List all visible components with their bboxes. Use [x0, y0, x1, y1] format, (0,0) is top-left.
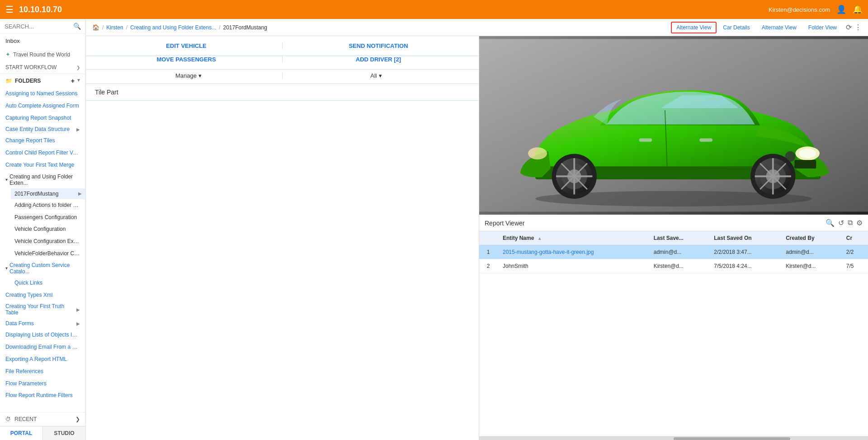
- sidebar-item-vehicle-ext[interactable]: Vehicle Configuration Extensi...: [11, 235, 85, 248]
- rv-settings-icon[interactable]: ⚙: [856, 219, 863, 227]
- sidebar-item-truth-table[interactable]: Creating Your First Truth Table ▶: [0, 301, 85, 318]
- row-2-entity: JohnSmith: [497, 259, 648, 273]
- sidebar-workflow[interactable]: ✦ Travel Round the World: [0, 48, 85, 61]
- expand-arrow-creating-custom: ▾: [5, 266, 8, 271]
- sidebar-search-bar[interactable]: 🔍: [0, 19, 85, 34]
- all-group: All ▾: [283, 72, 470, 79]
- table-row[interactable]: 1 2015-mustang-gotta-have-it-green.jpg a…: [479, 245, 868, 259]
- folders-chevron[interactable]: ▾: [77, 77, 80, 84]
- add-folder-icon[interactable]: +: [71, 77, 75, 84]
- sidebar-item-file-refs[interactable]: File References: [0, 365, 85, 378]
- tab-alternate-view-2[interactable]: Alternate View: [756, 22, 802, 33]
- search-input[interactable]: [5, 23, 73, 30]
- sidebar-inbox[interactable]: Inbox: [0, 34, 85, 48]
- all-dropdown[interactable]: All ▾: [370, 72, 382, 79]
- more-options-icon[interactable]: ⋮: [854, 23, 862, 32]
- bell-icon[interactable]: 🔔: [853, 5, 863, 14]
- sidebar-item-displaying[interactable]: Displaying Lists of Objects In A...: [0, 329, 85, 341]
- folder-icon: 📁: [5, 78, 12, 84]
- start-workflow[interactable]: START WORKFLOW ❯: [0, 61, 85, 74]
- truth-table-arrow: ▶: [76, 307, 80, 312]
- actions-bar: EDIT VEHICLE SEND NOTIFICATION: [86, 36, 479, 56]
- sidebar-item-5[interactable]: Control Child Report Filter Value: [0, 147, 85, 159]
- rv-refresh-icon[interactable]: ↺: [838, 219, 844, 227]
- add-driver-group: ADD DRIVER [2]: [287, 56, 470, 63]
- breadcrumb-kirsten[interactable]: Kirsten: [106, 24, 123, 31]
- sidebar-item-1[interactable]: Auto Complete Assigned Form: [0, 100, 85, 112]
- portal-button[interactable]: PORTAL: [0, 426, 43, 440]
- sidebar-item-2[interactable]: Capturing Report Snapshot: [0, 112, 85, 124]
- sidebar-item-vehicle-folder[interactable]: VehicleFolderBehavior Config: [11, 248, 85, 260]
- sidebar-item-3-label: Case Entity Data Structure: [5, 126, 70, 132]
- svg-rect-26: [699, 138, 712, 142]
- sidebar-item-6[interactable]: Create Your First Text Merge: [0, 159, 85, 171]
- expand-arrow-down: ▾: [5, 177, 8, 182]
- row-1-num: 1: [479, 245, 497, 259]
- rv-copy-icon[interactable]: ⧉: [848, 219, 853, 227]
- svg-point-5: [528, 147, 547, 159]
- sidebar-item-flow-params[interactable]: Flow Parameters: [0, 378, 85, 390]
- row-1-entity[interactable]: 2015-mustang-gotta-have-it-green.jpg: [497, 245, 648, 259]
- breadcrumb-folder[interactable]: Creating and Using Folder Extens...: [130, 24, 216, 31]
- actions-divider-1: [282, 42, 283, 49]
- tab-folder-view[interactable]: Folder View: [803, 22, 842, 33]
- entity-link-1[interactable]: 2015-mustang-gotta-have-it-green.jpg: [503, 249, 594, 255]
- home-icon[interactable]: 🏠: [92, 24, 99, 31]
- svg-rect-25: [639, 138, 652, 142]
- sidebar-item-creating-custom[interactable]: ▾ Creating Custom Service Catalo...: [0, 260, 85, 277]
- tab-alternate-view-1[interactable]: Alternate View: [671, 22, 717, 33]
- sidebar-item-2017ford[interactable]: 2017FordMustang ▶: [11, 188, 85, 199]
- table-row[interactable]: 2 JohnSmith Kirsten@d... 7/5/2018 4:24..…: [479, 259, 868, 273]
- report-viewer-icons: 🔍 ↺ ⧉ ⚙: [826, 219, 863, 227]
- app-title: 10.10.10.70: [19, 5, 62, 14]
- folders-header: 📁 FOLDERS + ▾: [0, 74, 85, 88]
- col-entity-name[interactable]: Entity Name ▲: [497, 231, 648, 245]
- col-num: [479, 231, 497, 245]
- right-panel: Report Viewer 🔍 ↺ ⧉ ⚙: [479, 36, 868, 440]
- start-workflow-chevron: ❯: [76, 65, 80, 70]
- col-created-by[interactable]: Created By: [780, 231, 841, 245]
- rv-search-icon[interactable]: 🔍: [826, 219, 835, 227]
- send-notification-btn[interactable]: SEND NOTIFICATION: [349, 42, 408, 49]
- col-last-save[interactable]: Last Save...: [648, 231, 709, 245]
- hamburger-icon[interactable]: ☰: [5, 4, 14, 15]
- sidebar-recent[interactable]: ⏱ RECENT ❯: [0, 412, 85, 426]
- studio-button[interactable]: STUDIO: [43, 426, 85, 440]
- scrollbar-hint[interactable]: [479, 436, 868, 440]
- manage-group: Manage ▾: [95, 72, 282, 79]
- svg-rect-6: [795, 160, 816, 169]
- data-forms-arrow: ▶: [76, 321, 80, 326]
- sidebar-item-data-forms[interactable]: Data Forms ▶: [0, 318, 85, 329]
- tab-icons: ⟳ ⋮: [846, 23, 862, 32]
- main-layout: 🔍 Inbox ✦ Travel Round the World START W…: [0, 19, 868, 440]
- move-passengers-btn[interactable]: MOVE PASSENGERS: [156, 56, 216, 63]
- tab-car-details[interactable]: Car Details: [717, 22, 755, 33]
- add-driver-btn[interactable]: ADD DRIVER [2]: [356, 56, 401, 63]
- sidebar-item-adding[interactable]: Adding Actions to folder entit...: [11, 199, 85, 211]
- refresh-icon[interactable]: ⟳: [846, 23, 852, 32]
- col-last-saved-on[interactable]: Last Saved On: [708, 231, 780, 245]
- edit-vehicle-group: EDIT VEHICLE: [95, 42, 278, 49]
- sidebar-item-downloading[interactable]: Downloading Email From a Mail...: [0, 341, 85, 353]
- sidebar-item-quicklinks[interactable]: Quick Links: [11, 277, 85, 289]
- sidebar-item-3[interactable]: Case Entity Data Structure ▶: [0, 124, 85, 135]
- sidebar-item-exporting[interactable]: Exporting A Report HTML: [0, 353, 85, 365]
- sidebar-item-4[interactable]: Change Report Tiles: [0, 135, 85, 147]
- row-2-cr: 7/5: [841, 259, 868, 273]
- sidebar-item-vehicle-config[interactable]: Vehicle Configuration: [11, 223, 85, 235]
- scrollbar-thumb[interactable]: [674, 437, 790, 440]
- sidebar-item-0[interactable]: Assigning to Named Sessions: [0, 88, 85, 100]
- edit-vehicle-btn[interactable]: EDIT VEHICLE: [166, 42, 207, 49]
- svg-point-4: [799, 149, 816, 158]
- clock-icon: ⏱: [5, 416, 11, 422]
- content-area: 🏠 / Kirsten / Creating and Using Folder …: [86, 19, 868, 440]
- sidebar-item-passengers[interactable]: Passengers Configuration: [11, 211, 85, 224]
- sidebar-item-7[interactable]: ▾ Creating and Using Folder Exten...: [0, 171, 85, 188]
- manage-dropdown[interactable]: Manage ▾: [175, 72, 202, 79]
- breadcrumb-bar: 🏠 / Kirsten / Creating and Using Folder …: [86, 19, 868, 36]
- car-image: [479, 36, 868, 215]
- sidebar-item-flow-report[interactable]: Flow Report Runtime Filters: [0, 389, 85, 402]
- sidebar-item-creating-types[interactable]: Creating Types Xml: [0, 289, 85, 301]
- avatar-icon[interactable]: 👤: [836, 5, 846, 14]
- sidebar-workflow-label: Travel Round the World: [13, 51, 70, 58]
